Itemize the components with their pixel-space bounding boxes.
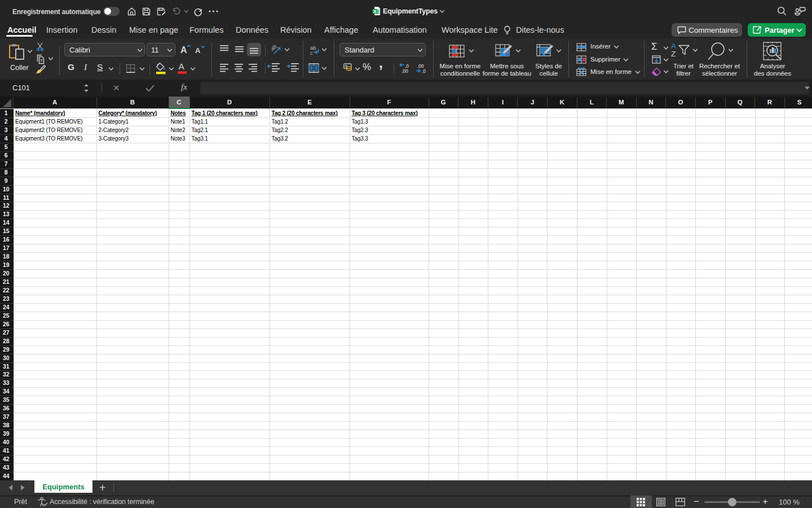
svg-text:c: c: [310, 50, 313, 55]
svg-text:Z: Z: [671, 50, 676, 57]
svg-text:A: A: [178, 62, 184, 71]
svg-text:A: A: [195, 46, 201, 55]
svg-text:A: A: [671, 42, 676, 50]
svg-text:,0: ,0: [405, 63, 409, 69]
svg-text:,00: ,00: [401, 68, 408, 73]
svg-text:A: A: [180, 45, 187, 55]
